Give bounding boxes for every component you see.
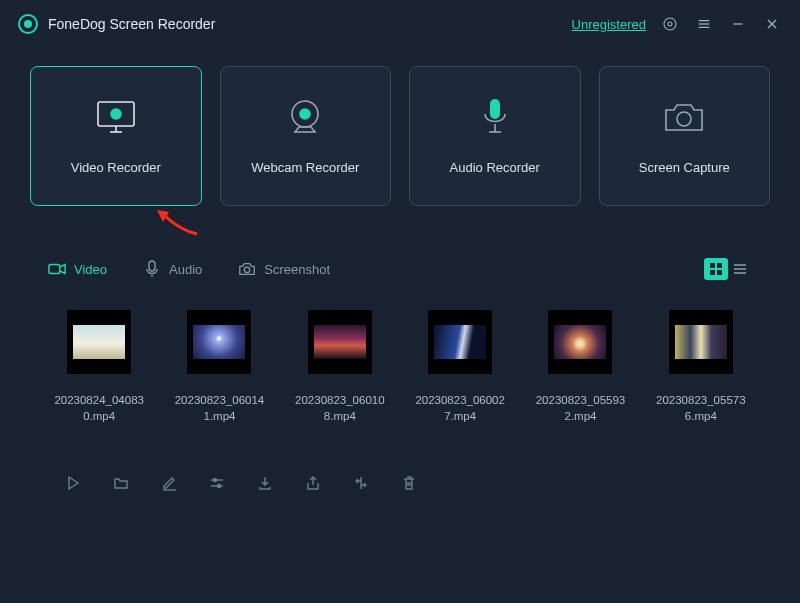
minimize-icon (730, 16, 746, 32)
view-toggle (704, 258, 752, 280)
view-grid-button[interactable] (704, 258, 728, 280)
settings-button[interactable] (660, 14, 680, 34)
unregistered-link[interactable]: Unregistered (572, 17, 646, 32)
delete-button[interactable] (398, 472, 420, 494)
close-button[interactable] (762, 14, 782, 34)
title-right: Unregistered (572, 14, 782, 34)
tab-label: Screenshot (264, 262, 330, 277)
tab-audio[interactable]: Audio (143, 262, 202, 277)
tab-label: Audio (169, 262, 202, 277)
camera-small-icon (238, 262, 256, 276)
file-name: 20230823_060141.mp4 (170, 392, 268, 424)
hamburger-icon (696, 16, 712, 32)
gear-icon (662, 16, 678, 32)
microphone-icon (480, 98, 510, 138)
file-name: 20230824_040830.mp4 (50, 392, 148, 424)
svg-point-11 (111, 109, 121, 119)
close-icon (764, 16, 780, 32)
play-icon (65, 475, 81, 491)
svg-rect-22 (710, 263, 715, 268)
title-left: FoneDog Screen Recorder (18, 14, 215, 34)
share-button[interactable] (302, 472, 324, 494)
file-item[interactable]: 20230823_060027.mp4 (411, 310, 509, 424)
panel-tabs: Video Audio Screenshot (30, 244, 770, 294)
convert-button[interactable] (350, 472, 372, 494)
view-list-button[interactable] (728, 258, 752, 280)
convert-icon (353, 475, 369, 491)
mode-label: Webcam Recorder (251, 160, 359, 175)
svg-point-1 (668, 22, 672, 26)
camera-icon (660, 98, 708, 138)
play-button[interactable] (62, 472, 84, 494)
edit-button[interactable] (158, 472, 180, 494)
svg-point-31 (214, 479, 217, 482)
mode-label: Audio Recorder (450, 160, 540, 175)
svg-point-17 (677, 112, 691, 126)
share-icon (305, 475, 321, 491)
svg-rect-25 (717, 270, 722, 275)
mode-cards: Video Recorder Webcam Recorder Audio Rec… (0, 48, 800, 206)
svg-rect-24 (710, 270, 715, 275)
titlebar: FoneDog Screen Recorder Unregistered (0, 0, 800, 48)
file-thumbnail (187, 310, 251, 374)
webcam-icon (283, 98, 327, 138)
file-name: 20230823_055932.mp4 (531, 392, 629, 424)
download-icon (257, 475, 273, 491)
file-name: 20230823_060108.mp4 (291, 392, 389, 424)
pencil-icon (161, 475, 177, 491)
tab-video[interactable]: Video (48, 262, 107, 277)
monitor-record-icon (92, 98, 140, 138)
app-title: FoneDog Screen Recorder (48, 16, 215, 32)
tab-screenshot[interactable]: Screenshot (238, 262, 330, 277)
svg-rect-18 (49, 265, 60, 274)
minimize-button[interactable] (728, 14, 748, 34)
folder-icon (113, 475, 129, 491)
file-thumbnail (308, 310, 372, 374)
mode-screen-capture[interactable]: Screen Capture (599, 66, 771, 206)
file-thumbnail (669, 310, 733, 374)
open-folder-button[interactable] (110, 472, 132, 494)
annotation-arrow-icon (155, 208, 199, 238)
svg-rect-23 (717, 263, 722, 268)
file-item[interactable]: 20230823_055736.mp4 (652, 310, 750, 424)
svg-rect-19 (149, 261, 155, 271)
file-item[interactable]: 20230823_060108.mp4 (291, 310, 389, 424)
file-item[interactable]: 20230823_060141.mp4 (170, 310, 268, 424)
file-thumbnail (548, 310, 612, 374)
mode-audio-recorder[interactable]: Audio Recorder (409, 66, 581, 206)
microphone-small-icon (143, 262, 161, 276)
app-logo-icon (18, 14, 38, 34)
file-name: 20230823_055736.mp4 (652, 392, 750, 424)
menu-button[interactable] (694, 14, 714, 34)
file-item[interactable]: 20230824_040830.mp4 (50, 310, 148, 424)
svg-point-21 (245, 267, 250, 272)
file-grid: 20230824_040830.mp4 20230823_060141.mp4 … (30, 294, 770, 432)
sliders-icon (209, 475, 225, 491)
svg-point-0 (664, 18, 676, 30)
tabs-left: Video Audio Screenshot (48, 262, 330, 277)
svg-point-33 (218, 485, 221, 488)
video-icon (48, 262, 66, 276)
file-thumbnail (428, 310, 492, 374)
file-thumbnail (67, 310, 131, 374)
svg-rect-14 (490, 99, 500, 119)
mode-label: Screen Capture (639, 160, 730, 175)
mode-label: Video Recorder (71, 160, 161, 175)
tab-label: Video (74, 262, 107, 277)
svg-point-13 (300, 109, 310, 119)
download-button[interactable] (254, 472, 276, 494)
trash-icon (401, 475, 417, 491)
list-icon (733, 262, 747, 276)
grid-icon (709, 262, 723, 276)
file-item[interactable]: 20230823_055932.mp4 (531, 310, 629, 424)
file-panel: Video Audio Screenshot (30, 244, 770, 508)
mode-video-recorder[interactable]: Video Recorder (30, 66, 202, 206)
file-name: 20230823_060027.mp4 (411, 392, 509, 424)
file-toolbar (30, 432, 770, 494)
mode-webcam-recorder[interactable]: Webcam Recorder (220, 66, 392, 206)
settings-button[interactable] (206, 472, 228, 494)
